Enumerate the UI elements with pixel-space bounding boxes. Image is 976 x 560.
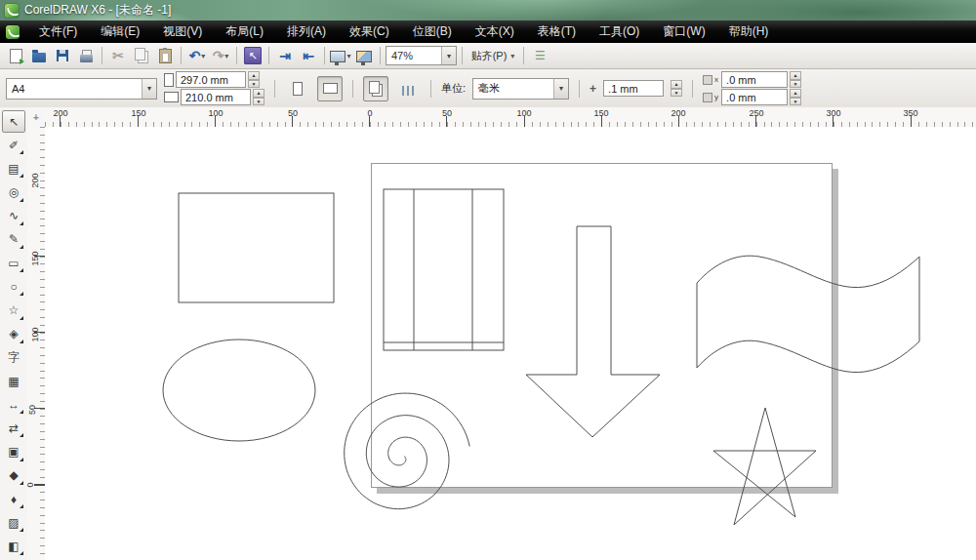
artistic-media-tool[interactable]: ✎ bbox=[2, 228, 25, 251]
ruler-origin-corner[interactable]: + bbox=[27, 107, 46, 128]
duplicate-x-field[interactable]: .0 mm bbox=[721, 71, 788, 88]
menu-item-file[interactable]: 文件(F) bbox=[27, 20, 89, 43]
vertical-ruler[interactable]: 200 150 100 50 0 bbox=[27, 127, 46, 560]
crop-tool[interactable]: ▤ bbox=[2, 157, 25, 180]
app-menu-icon[interactable] bbox=[6, 25, 20, 39]
copy-button[interactable] bbox=[131, 45, 152, 66]
text-tool[interactable]: 字 bbox=[2, 346, 25, 369]
spinner-up-icon[interactable]: ▲ bbox=[671, 80, 682, 89]
application-launcher-button[interactable]: ▾ bbox=[330, 45, 351, 66]
spinner-up-icon[interactable]: ▲ bbox=[248, 71, 260, 80]
horizontal-ruler[interactable]: 200 150 100 50 0 50 100 150 200 250 300 … bbox=[45, 107, 976, 128]
dimension-tool[interactable]: ↔ bbox=[2, 393, 25, 416]
zoom-tool[interactable]: ◎ bbox=[2, 181, 25, 204]
paper-height-spinner[interactable]: ▲▼ bbox=[253, 89, 264, 105]
spinner-down-icon[interactable]: ▼ bbox=[790, 80, 801, 89]
spinner-up-icon[interactable]: ▲ bbox=[253, 89, 264, 98]
paper-width-field[interactable]: 297.0 mm bbox=[176, 71, 246, 88]
cut-button[interactable]: ✂ bbox=[107, 45, 129, 66]
spiral-shape[interactable] bbox=[345, 393, 470, 509]
outline-pen-tool[interactable]: ♦ bbox=[2, 488, 25, 510]
zoom-combo-arrow-icon[interactable]: ▾ bbox=[441, 47, 456, 64]
propbar-separator bbox=[692, 80, 693, 98]
menu-item-arrange[interactable]: 排列(A) bbox=[275, 20, 338, 43]
export-button[interactable]: ⇤ bbox=[298, 45, 319, 66]
redo-dropdown-arrow-icon[interactable]: ▾ bbox=[224, 52, 228, 60]
table-tool[interactable]: ▦ bbox=[2, 370, 25, 392]
nudge-spinner[interactable]: ▲▼ bbox=[671, 80, 682, 97]
menu-item-edit[interactable]: 编辑(E) bbox=[89, 20, 151, 43]
spinner-down-icon[interactable]: ▼ bbox=[671, 89, 682, 98]
spinner-down-icon[interactable]: ▼ bbox=[790, 98, 801, 106]
units-combo-arrow-icon[interactable]: ▾ bbox=[553, 79, 568, 99]
open-button[interactable] bbox=[28, 45, 50, 66]
duplicate-y-spinner[interactable]: ▲▼ bbox=[790, 89, 801, 105]
menu-item-effects[interactable]: 效果(C) bbox=[338, 20, 401, 43]
units-combo[interactable]: 毫米 ▾ bbox=[472, 78, 569, 100]
paste-button[interactable] bbox=[154, 45, 176, 66]
menu-item-help[interactable]: 帮助(H) bbox=[717, 20, 781, 43]
eyedropper-tool[interactable]: ◆ bbox=[2, 464, 25, 487]
outline-rectangle-shape[interactable] bbox=[179, 193, 334, 302]
print-button[interactable] bbox=[75, 45, 97, 66]
menu-item-table[interactable]: 表格(T) bbox=[526, 20, 588, 43]
paper-preset-arrow-icon[interactable]: ▾ bbox=[142, 79, 156, 99]
h-ruler-label: 100 bbox=[208, 108, 223, 118]
save-button[interactable] bbox=[52, 45, 73, 66]
v-ruler-label: 0 bbox=[25, 482, 35, 487]
pick-tool[interactable]: ↖ bbox=[2, 110, 25, 133]
paper-height-field[interactable]: 210.0 mm bbox=[181, 89, 251, 105]
freehand-tool[interactable]: ∿ bbox=[2, 205, 25, 227]
menu-item-window[interactable]: 窗口(W) bbox=[651, 20, 716, 43]
shape-tool[interactable]: ✐ bbox=[2, 134, 25, 156]
new-document-button[interactable] bbox=[5, 45, 26, 66]
drawing-canvas[interactable] bbox=[45, 127, 976, 560]
duplicate-y-field[interactable]: .0 mm bbox=[721, 89, 788, 105]
undo-arrow-icon: ↶ bbox=[189, 48, 201, 63]
connector-tool[interactable]: ⇄ bbox=[2, 417, 25, 439]
portrait-button[interactable] bbox=[285, 76, 310, 101]
spinner-down-icon[interactable]: ▼ bbox=[253, 98, 264, 106]
menu-item-tools[interactable]: 工具(O) bbox=[588, 20, 651, 43]
toolbar-separator bbox=[268, 47, 269, 64]
zoom-level-combo[interactable]: 47% ▾ bbox=[386, 46, 457, 65]
down-arrow-shape[interactable] bbox=[526, 226, 660, 437]
all-pages-button[interactable] bbox=[363, 76, 388, 101]
options-button[interactable]: ☰ bbox=[529, 45, 550, 66]
undo-button[interactable]: ↶▾ bbox=[186, 45, 208, 66]
snap-to-dropdown[interactable]: 贴齐(P) ▾ bbox=[468, 45, 518, 66]
property-bar: A4 ▾ 297.0 mm ▲▼ 210.0 mm ▲▼ 单位: 毫米 ▾ bbox=[0, 69, 976, 108]
paper-preset-combo[interactable]: A4 ▾ bbox=[6, 78, 157, 100]
pentagram-star-shape[interactable] bbox=[713, 408, 816, 525]
menu-item-layout[interactable]: 布局(L) bbox=[214, 20, 275, 43]
undo-dropdown-arrow-icon[interactable]: ▾ bbox=[201, 52, 205, 60]
outline-ellipse-shape[interactable] bbox=[163, 340, 315, 441]
blend-tool[interactable]: ▣ bbox=[2, 441, 25, 463]
basic-shapes-tool[interactable]: ◈ bbox=[2, 323, 25, 345]
rectangle-tool[interactable]: ▭ bbox=[2, 252, 25, 274]
redo-button[interactable]: ↷▾ bbox=[210, 45, 231, 66]
import-button[interactable]: ⇥ bbox=[274, 45, 296, 66]
rectangle-tool-icon: ▭ bbox=[8, 257, 19, 270]
fill-tool[interactable]: ▨ bbox=[2, 511, 25, 534]
menu-item-text[interactable]: 文本(X) bbox=[464, 20, 526, 43]
nudge-offset-field[interactable]: .1 mm bbox=[603, 80, 664, 97]
wavy-flag-shape[interactable] bbox=[697, 256, 919, 372]
crosshair-icon: + bbox=[33, 112, 39, 123]
search-content-button[interactable]: ↖ bbox=[242, 45, 264, 66]
menu-item-bitmaps[interactable]: 位图(B) bbox=[401, 20, 464, 43]
duplicate-x-spinner[interactable]: ▲▼ bbox=[790, 71, 801, 88]
polygon-tool[interactable]: ☆ bbox=[2, 300, 25, 322]
spinner-up-icon[interactable]: ▲ bbox=[790, 71, 801, 80]
ellipse-tool[interactable]: ○ bbox=[2, 275, 25, 298]
graph-paper-grid-shape[interactable] bbox=[384, 189, 504, 350]
landscape-button[interactable] bbox=[317, 76, 343, 101]
interactive-fill-tool[interactable]: ◧ bbox=[2, 535, 25, 557]
paper-width-spinner[interactable]: ▲▼ bbox=[248, 71, 260, 88]
spinner-down-icon[interactable]: ▼ bbox=[248, 80, 260, 89]
welcome-screen-button[interactable] bbox=[353, 45, 375, 66]
current-page-button[interactable] bbox=[395, 76, 421, 101]
launcher-dropdown-arrow-icon[interactable]: ▾ bbox=[346, 52, 350, 60]
spinner-up-icon[interactable]: ▲ bbox=[790, 89, 801, 98]
menu-item-view[interactable]: 视图(V) bbox=[151, 20, 214, 43]
